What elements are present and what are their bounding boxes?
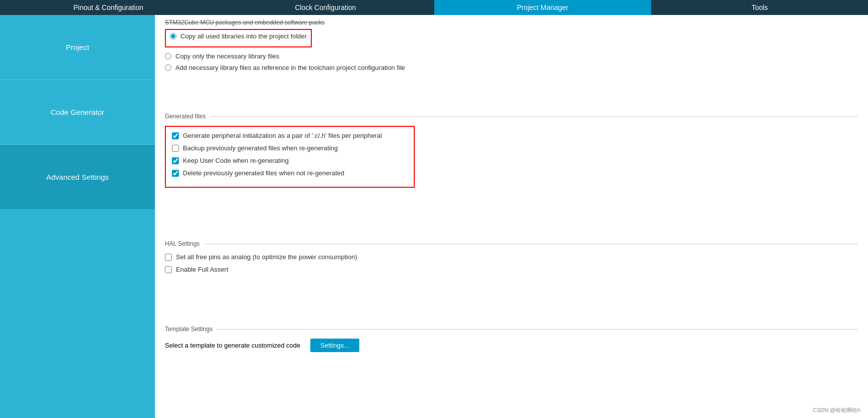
radio-copy-all[interactable]: Copy all used libraries into the project… [170, 32, 307, 40]
generated-files-section: Generated files Generate peripheral init… [155, 105, 868, 203]
generated-files-box: Generate peripheral initialization as a … [165, 126, 415, 188]
gen-peripheral-label: Generate peripheral initialization as a … [183, 132, 382, 139]
stm32-pack-title: STM32Cube MCU packages and embedded soft… [165, 19, 858, 26]
stm32-pack-section: STM32Cube MCU packages and embedded soft… [155, 15, 868, 71]
tab-tools[interactable]: Tools [652, 0, 868, 15]
hal-settings-section: HAL Settings Set all free pins as analog… [155, 233, 868, 288]
top-navigation: Pinout & Configuration Clock Configurati… [0, 0, 868, 15]
checkbox-backup-files[interactable]: Backup previously generated files when r… [172, 144, 408, 152]
template-settings-title: Template Settings [165, 326, 858, 333]
spacer-3 [155, 288, 868, 318]
spacer-1 [155, 75, 868, 105]
sidebar-item-code-generator[interactable]: Code Generator [0, 80, 155, 145]
generated-files-title: Generated files [165, 113, 858, 120]
checkbox-gen-peripheral[interactable]: Generate peripheral initialization as a … [172, 132, 408, 139]
checkbox-delete-generated[interactable]: Delete previously generated files when n… [172, 169, 408, 177]
tab-pinout[interactable]: Pinout & Configuration [0, 0, 217, 15]
template-settings-section: Template Settings Select a template to g… [155, 318, 868, 362]
checkbox-set-analog[interactable]: Set all free pins as analog (to optimize… [165, 253, 858, 261]
add-reference-label: Add necessary library files as reference… [175, 64, 405, 71]
template-label: Select a template to generate customized… [165, 342, 300, 349]
hal-settings-title: HAL Settings [165, 240, 858, 247]
delete-generated-label: Delete previously generated files when n… [183, 169, 344, 177]
radio-add-reference[interactable]: Add necessary library files as reference… [165, 64, 858, 71]
enable-assert-label: Enable Full Assert [176, 266, 228, 273]
checkbox-enable-assert[interactable]: Enable Full Assert [165, 266, 858, 273]
spacer-2 [155, 203, 868, 233]
keep-user-code-label: Keep User Code when re-generating [183, 157, 289, 164]
copy-necessary-label: Copy only the necessary library files [175, 52, 279, 60]
copy-all-label: Copy all used libraries into the project… [180, 32, 307, 40]
copy-all-border-box: Copy all used libraries into the project… [165, 29, 312, 47]
template-row: Select a template to generate customized… [165, 339, 858, 352]
backup-files-label: Backup previously generated files when r… [183, 144, 338, 152]
sidebar-item-project[interactable]: Project [0, 15, 155, 80]
tab-clock[interactable]: Clock Configuration [217, 0, 435, 15]
bottom-credit: CSDN @哈哈啊哈h [813, 407, 861, 414]
tab-project-manager[interactable]: Project Manager [434, 0, 652, 15]
set-analog-label: Set all free pins as analog (to optimize… [176, 253, 357, 261]
sidebar: Project Code Generator Advanced Settings [0, 15, 155, 418]
sidebar-item-advanced-settings[interactable]: Advanced Settings [0, 145, 155, 210]
main-layout: Project Code Generator Advanced Settings… [0, 15, 868, 418]
checkbox-keep-user-code[interactable]: Keep User Code when re-generating [172, 157, 408, 164]
content-area: STM32Cube MCU packages and embedded soft… [155, 15, 868, 418]
settings-button[interactable]: Settings... [310, 339, 359, 352]
radio-copy-necessary[interactable]: Copy only the necessary library files [165, 52, 858, 60]
